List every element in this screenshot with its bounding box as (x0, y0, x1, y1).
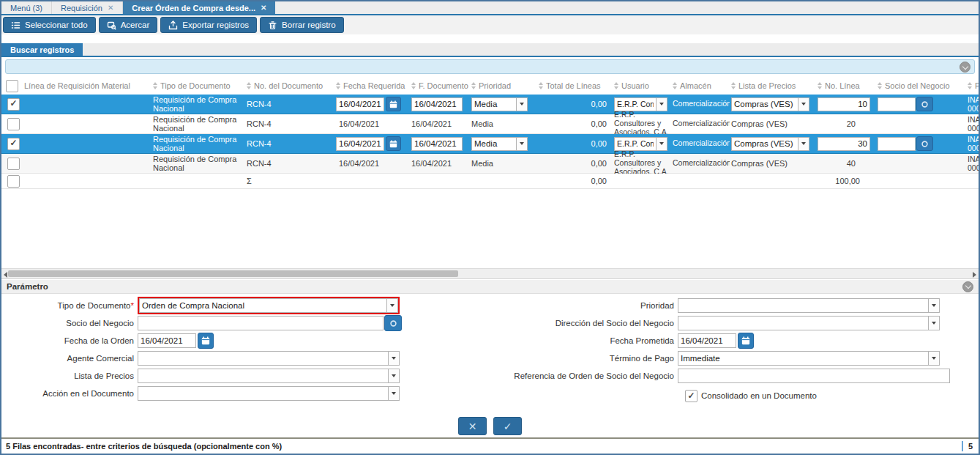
zoom-button[interactable]: Acercar (99, 17, 158, 33)
consolidado-checkbox[interactable]: ✓ (685, 390, 697, 402)
header-no-documento[interactable]: No. del Documento (254, 81, 323, 90)
lista-precios-combo[interactable] (731, 97, 798, 111)
header-linea-requisicion[interactable]: Línea de Requisición Material (24, 81, 130, 90)
header-prioridad[interactable]: Prioridad (479, 81, 511, 90)
referencia-input[interactable] (678, 369, 950, 383)
export-button[interactable]: Exportar registros (160, 17, 257, 33)
chevron-down-icon[interactable] (516, 97, 528, 111)
sort-icon[interactable] (471, 82, 476, 89)
termino-pago-combo[interactable] (678, 351, 929, 366)
search-input[interactable] (5, 59, 975, 74)
record-search-button[interactable] (916, 136, 933, 151)
record-search-button[interactable] (384, 315, 402, 331)
accion-combo[interactable] (138, 386, 389, 401)
chevron-down-icon[interactable] (928, 298, 940, 313)
socio-negocio-input[interactable] (878, 137, 916, 151)
select-all-button[interactable]: Seleccionar todo (3, 17, 96, 33)
prioridad-param-combo[interactable] (678, 298, 929, 313)
row-checkbox[interactable]: ✓ (7, 98, 20, 111)
chevron-down-icon[interactable] (928, 316, 940, 330)
sort-icon[interactable] (818, 82, 822, 89)
sort-icon[interactable] (878, 82, 882, 89)
header-almacen[interactable]: Almacén (680, 81, 711, 90)
lista-precios-combo[interactable] (138, 369, 389, 383)
close-icon[interactable]: ✕ (261, 4, 266, 12)
socio-negocio-input[interactable] (878, 97, 916, 111)
chevron-down-icon[interactable] (798, 137, 809, 151)
table-row[interactable]: ✓ Requisición de Compra Nacional RCN-4 0… (1, 134, 980, 154)
sort-icon[interactable] (411, 82, 416, 89)
chevron-down-icon[interactable] (928, 351, 940, 366)
header-total-lineas[interactable]: Total de Líneas (546, 81, 601, 90)
calendar-button[interactable] (198, 333, 214, 349)
delete-button[interactable]: Borrar registro (260, 17, 344, 33)
header-producto[interactable]: Prod (975, 81, 980, 90)
agente-combo[interactable] (138, 351, 389, 366)
table-row[interactable]: ✓ Requisición de Compra Nacional RCN-4 0… (1, 95, 980, 114)
chevron-down-icon[interactable] (388, 369, 400, 383)
tab-menu[interactable]: Menú (3) (1, 1, 52, 14)
tab-buscar-registros[interactable]: Buscar registros (1, 43, 83, 56)
prioridad-combo[interactable] (471, 137, 517, 151)
socio-input[interactable] (138, 316, 384, 330)
scroll-right-arrow-icon[interactable] (973, 272, 976, 278)
calendar-button[interactable] (738, 333, 754, 349)
chevron-down-icon[interactable] (798, 97, 809, 111)
chevron-down-icon[interactable] (388, 386, 400, 401)
sort-icon[interactable] (968, 82, 972, 89)
scrollbar-thumb[interactable] (8, 270, 458, 277)
row-checkbox[interactable] (7, 175, 20, 188)
horizontal-scrollbar[interactable] (1, 268, 979, 279)
sort-icon[interactable] (539, 82, 543, 89)
sort-icon[interactable] (153, 82, 157, 89)
table-row[interactable]: Requisición de Compra Nacional RCN-4 16/… (1, 154, 980, 174)
chevron-down-icon[interactable] (386, 298, 398, 313)
ok-button[interactable]: ✓ (493, 417, 522, 435)
tab-requisicion[interactable]: Requisición✕ (52, 1, 123, 14)
record-search-button[interactable] (916, 97, 933, 111)
select-all-checkbox[interactable] (6, 80, 18, 92)
table-row[interactable]: Requisición de Compra Nacional RCN-4 16/… (1, 114, 980, 134)
no-linea-input[interactable] (818, 97, 870, 111)
fecha-prometida-input[interactable] (678, 333, 736, 348)
no-linea-input[interactable] (818, 137, 870, 151)
header-f-documento[interactable]: F. Documento (419, 81, 468, 90)
usuario-combo[interactable] (614, 137, 657, 151)
sort-icon[interactable] (673, 82, 677, 89)
panel-collapse-button[interactable] (962, 281, 973, 292)
sort-icon[interactable] (336, 82, 340, 89)
search-collapse-button[interactable] (960, 62, 970, 73)
row-checkbox[interactable] (7, 158, 20, 170)
tipo-documento-combo[interactable] (139, 298, 387, 313)
scroll-left-arrow-icon[interactable] (4, 272, 7, 278)
lista-precios-combo[interactable] (731, 137, 798, 151)
chevron-down-icon[interactable] (516, 137, 528, 151)
fecha-orden-input[interactable] (138, 333, 196, 348)
prioridad-combo[interactable] (471, 97, 517, 111)
header-lista-precios[interactable]: Lista de Precios (738, 81, 796, 90)
tab-crear-orden[interactable]: Crear Órden de Compra desde...✕ (123, 1, 275, 14)
header-socio-negocio[interactable]: Socio del Negocio (885, 81, 950, 90)
chevron-down-icon[interactable] (656, 97, 667, 111)
chevron-down-icon[interactable] (388, 351, 400, 366)
f-documento-input[interactable] (411, 97, 463, 111)
sort-icon[interactable] (614, 82, 618, 89)
cancel-button[interactable]: ✕ (458, 417, 487, 435)
header-usuario[interactable]: Usuario (621, 81, 649, 90)
close-icon[interactable]: ✕ (108, 4, 113, 12)
calendar-button[interactable] (386, 97, 401, 111)
fecha-requerida-input[interactable] (336, 137, 384, 151)
sort-icon[interactable] (731, 82, 736, 89)
fecha-requerida-input[interactable] (336, 97, 384, 111)
row-checkbox[interactable] (7, 118, 20, 130)
usuario-combo[interactable] (614, 97, 657, 111)
header-tipo-documento[interactable]: Tipo de Documento (160, 81, 231, 90)
header-no-linea[interactable]: No. Línea (825, 81, 860, 90)
chevron-down-icon[interactable] (656, 137, 667, 151)
row-checkbox[interactable]: ✓ (7, 138, 20, 150)
f-documento-input[interactable] (411, 137, 463, 151)
direccion-combo[interactable] (678, 316, 929, 330)
header-fecha-requerida[interactable]: Fecha Requerida (343, 81, 405, 90)
calendar-button[interactable] (386, 136, 401, 151)
sort-icon[interactable] (247, 82, 251, 89)
